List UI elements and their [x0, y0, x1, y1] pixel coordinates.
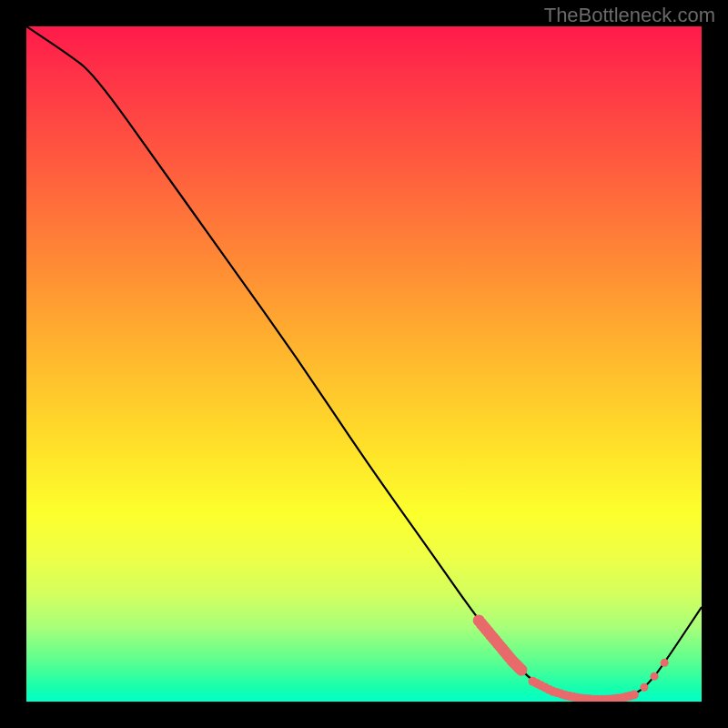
bottleneck-curve [26, 26, 702, 700]
chart-svg [26, 26, 702, 702]
data-point [515, 664, 527, 676]
data-point [630, 691, 639, 700]
watermark-text: TheBottleneck.com [544, 4, 715, 27]
chart-area [26, 26, 702, 702]
data-markers [473, 614, 669, 702]
data-point [651, 672, 659, 681]
data-point [640, 683, 648, 692]
data-point [661, 659, 669, 667]
